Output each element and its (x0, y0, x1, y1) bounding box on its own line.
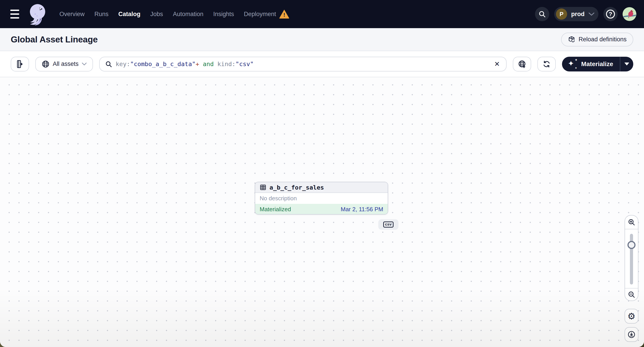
environment-name: prod (571, 11, 584, 18)
csv-kind-icon: csv (383, 222, 394, 228)
asset-scope-label: All assets (53, 60, 79, 67)
menu-icon[interactable] (9, 9, 20, 19)
reload-definitions-button[interactable]: Reload definitions (561, 32, 633, 46)
lineage-graph-canvas[interactable]: a_b_c_for_sales No description Materiali… (0, 77, 644, 347)
download-icon (628, 331, 636, 339)
help-icon: ? (606, 9, 615, 18)
globe-icon (42, 60, 50, 68)
zoom-slider-thumb[interactable] (628, 241, 636, 249)
nav-item-automation[interactable]: Automation (173, 11, 204, 18)
gear-icon: ⚙ (628, 312, 636, 321)
zoom-controls-panel (624, 215, 638, 301)
zoom-out-icon (628, 291, 635, 298)
global-search-button[interactable] (535, 7, 549, 21)
help-button[interactable]: ? (603, 7, 618, 21)
panel-toggle-icon (16, 60, 24, 68)
table-icon (260, 184, 266, 191)
chevron-down-icon (82, 62, 87, 66)
clear-search-button[interactable]: ✕ (492, 59, 502, 69)
download-image-button[interactable] (624, 327, 638, 342)
nav-item-catalog[interactable]: Catalog (118, 11, 140, 18)
materialize-options-button[interactable] (620, 57, 633, 71)
asset-name: a_b_c_for_sales (270, 184, 324, 191)
asset-node-body: No description (255, 193, 388, 204)
zoom-in-button[interactable] (625, 216, 638, 229)
search-query-text: key:"combo_a_b_c_data"+ and kind:"csv" (116, 60, 489, 67)
open-sidebar-button[interactable] (11, 57, 29, 71)
primary-nav: Overview Runs Catalog Jobs Automation In… (60, 9, 290, 18)
page-header: Global Asset Lineage Reload definitions (0, 28, 644, 51)
graph-settings-button[interactable]: ⚙ (624, 309, 638, 324)
nav-item-insights[interactable]: Insights (213, 11, 234, 18)
warning-icon: ! (279, 9, 290, 18)
asset-node[interactable]: a_b_c_for_sales No description Materiali… (255, 182, 388, 215)
nav-item-jobs[interactable]: Jobs (150, 11, 163, 18)
nav-item-overview[interactable]: Overview (60, 11, 85, 18)
search-icon (105, 60, 112, 68)
reload-definitions-icon (568, 36, 576, 43)
dagster-logo-icon[interactable] (26, 2, 49, 26)
nav-item-deployment[interactable]: Deployment ! (244, 9, 290, 18)
materialize-split-button: ✦ ✦ ✦ Materialize (562, 57, 633, 71)
save-selection-button[interactable] (513, 57, 531, 71)
user-avatar[interactable] (622, 7, 636, 21)
page-title: Global Asset Lineage (11, 35, 98, 44)
status-badge: Materialized (260, 206, 291, 213)
asset-kind-badge[interactable]: csv (378, 219, 398, 230)
dagster-app: Overview Runs Catalog Jobs Automation In… (0, 0, 644, 347)
lineage-toolbar: All assets key:"combo_a_b_c_data"+ and k… (0, 51, 644, 77)
asset-node-status-row: Materialized Mar 2, 11:56 PM (255, 204, 388, 215)
refresh-button[interactable] (538, 57, 556, 71)
reload-definitions-label: Reload definitions (578, 36, 626, 43)
caret-down-icon (624, 62, 629, 65)
materialize-label: Materialize (581, 60, 613, 68)
environment-avatar: P (556, 8, 567, 20)
top-navbar: Overview Runs Catalog Jobs Automation In… (0, 0, 644, 28)
zoom-slider (625, 229, 638, 288)
search-icon (538, 10, 546, 18)
asset-search-input[interactable]: key:"combo_a_b_c_data"+ and kind:"csv" ✕ (99, 57, 506, 71)
chevron-down-icon (588, 12, 594, 16)
nav-item-runs[interactable]: Runs (94, 11, 108, 18)
zoom-out-button[interactable] (625, 288, 638, 301)
topnav-right-cluster: P prod ? (535, 7, 636, 21)
asset-node-header: a_b_c_for_sales (255, 182, 388, 193)
materialization-timestamp[interactable]: Mar 2, 11:56 PM (341, 206, 383, 213)
globe-add-icon (518, 60, 526, 68)
zoom-in-icon (628, 218, 635, 226)
sparkles-icon: ✦ ✦ ✦ (568, 59, 578, 69)
materialize-button[interactable]: ✦ ✦ ✦ Materialize (562, 57, 620, 71)
refresh-icon (542, 60, 551, 68)
environment-switcher[interactable]: P prod (554, 7, 598, 21)
asset-description: No description (260, 195, 297, 202)
asset-scope-dropdown[interactable]: All assets (35, 57, 93, 71)
close-icon: ✕ (494, 60, 500, 68)
